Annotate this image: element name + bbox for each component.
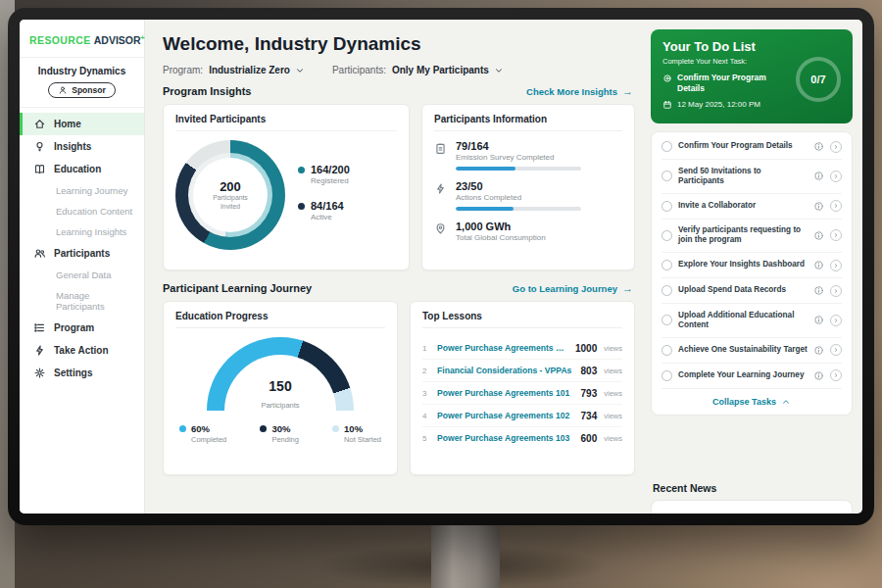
task-checkbox[interactable]	[662, 141, 672, 152]
legend-text: 164/200Registered	[311, 164, 350, 185]
program-filter-dropdown[interactable]: Industrialize Zero	[209, 65, 305, 75]
bulb-icon	[33, 140, 46, 153]
lesson-views: 1000	[575, 343, 597, 354]
legend-label: Not Started	[344, 435, 381, 444]
info-icon[interactable]	[813, 345, 824, 356]
sidebar-item-education-content[interactable]: Education Content	[20, 201, 144, 221]
sidebar-item-participants[interactable]: Participants	[20, 242, 144, 265]
sidebar-item-label: Settings	[54, 368, 92, 378]
book-icon	[33, 163, 46, 175]
lesson-row: 5Power Purchase Agreements 103600views	[422, 427, 622, 449]
task-label: Explore Your Insights Dashboard	[678, 260, 808, 270]
gauge-center-value: 150	[207, 379, 354, 394]
task-checkbox[interactable]	[662, 345, 672, 356]
lesson-link[interactable]: Power Purchase Agreements 101	[437, 343, 568, 353]
task-checkbox[interactable]	[662, 201, 672, 212]
lesson-link[interactable]: Power Purchase Agreements 103	[437, 433, 574, 443]
lesson-views: 793	[581, 388, 598, 399]
lesson-rank: 3	[422, 389, 430, 398]
card-title: Education Progress	[175, 311, 385, 328]
sidebar-item-label: Insights	[54, 141, 91, 152]
task-checkbox[interactable]	[662, 285, 672, 296]
sidebar-item-general-data[interactable]: General Data	[20, 265, 144, 285]
sidebar-item-program[interactable]: Program	[20, 317, 144, 339]
sidebar-item-take-action[interactable]: Take Action	[20, 339, 144, 362]
lesson-link[interactable]: Power Purchase Agreements 101	[437, 388, 574, 398]
lesson-link[interactable]: Power Purchase Agreements 102	[437, 411, 574, 420]
collapse-tasks-link[interactable]: Collapse Tasks	[662, 389, 842, 415]
legend-value: 84/164	[311, 200, 344, 212]
lesson-row: 3Power Purchase Agreements 101793views	[422, 382, 622, 405]
task-row-complete-your-learning-journey[interactable]: Complete Your Learning Journey	[662, 364, 842, 389]
task-row-achieve-one-sustainability-target[interactable]: Achieve One Sustainability Target	[662, 338, 842, 364]
education-legend-item: 30%Pending	[260, 423, 299, 444]
sidebar-item-education[interactable]: Education	[20, 158, 144, 180]
task-checkbox[interactable]	[662, 230, 672, 241]
info-icon[interactable]	[813, 171, 824, 181]
info-icon[interactable]	[813, 315, 824, 325]
info-row-text: 1,000 GWhTotal Global Consumption	[456, 220, 546, 247]
lessons-rows: 1Power Purchase Agreements 1011000views2…	[422, 337, 622, 449]
participants-filter: Participants: Only My Participants	[332, 65, 504, 75]
person-icon	[58, 85, 68, 95]
task-row-send-50-invitations-to-participants[interactable]: Send 50 Invitations to Participants	[662, 160, 842, 194]
tasks-list: Confirm Your Program DetailsSend 50 Invi…	[662, 134, 842, 389]
chevron-right-icon[interactable]	[830, 200, 842, 212]
arrow-right-icon: →	[622, 283, 633, 294]
task-row-upload-additional-educational-content[interactable]: Upload Additional Educational Content	[662, 304, 842, 338]
chevron-right-icon[interactable]	[830, 369, 842, 381]
chevron-right-icon[interactable]	[830, 315, 842, 326]
info-icon[interactable]	[813, 201, 824, 212]
info-row-text: 23/50Actions Completed	[456, 180, 581, 211]
chevron-right-icon[interactable]	[830, 285, 842, 297]
task-row-explore-your-insights-dashboard[interactable]: Explore Your Insights Dashboard	[662, 253, 842, 278]
info-value: 79/164	[456, 140, 581, 152]
chevron-right-icon[interactable]	[830, 141, 842, 153]
task-row-invite-a-collaborator[interactable]: Invite a Collaborator	[662, 194, 842, 220]
bolt-icon	[434, 182, 447, 195]
sidebar-item-label: Education Content	[56, 206, 132, 217]
chevron-right-icon[interactable]	[830, 229, 842, 241]
chevron-right-icon[interactable]	[830, 344, 842, 356]
sidebar-item-learning-insights[interactable]: Learning Insights	[20, 221, 144, 242]
info-icon[interactable]	[813, 260, 824, 270]
info-icon[interactable]	[813, 141, 824, 152]
participants-filter-dropdown[interactable]: Only My Participants	[392, 65, 504, 75]
sidebar-item-home[interactable]: Home	[20, 113, 144, 135]
top-lessons-card: Top Lessons 1Power Purchase Agreements 1…	[410, 301, 635, 475]
sidebar-item-insights[interactable]: Insights	[20, 135, 144, 158]
sidebar-item-manage-participants[interactable]: Manage Participants	[20, 285, 144, 317]
info-row-emission-survey-completed: 79/164Emission Survey Completed	[434, 140, 622, 171]
bolt-icon	[33, 344, 46, 357]
task-row-upload-spend-data-records[interactable]: Upload Spend Data Records	[662, 278, 842, 304]
sidebar-item-learning-journey[interactable]: Learning Journey	[20, 180, 144, 201]
chevron-right-icon[interactable]	[830, 260, 842, 271]
sponsor-badge[interactable]: Sponsor	[48, 82, 115, 98]
lesson-rank: 1	[422, 344, 430, 353]
todo-next-task[interactable]: Confirm Your Program Details	[662, 73, 788, 93]
card-title: Participants Information	[434, 114, 622, 131]
task-checkbox[interactable]	[662, 315, 672, 325]
sidebar-item-settings[interactable]: Settings	[20, 362, 144, 384]
donut-center-value: 200	[220, 179, 241, 194]
lesson-views-label: views	[604, 367, 622, 375]
task-row-confirm-your-program-details[interactable]: Confirm Your Program Details	[662, 134, 842, 160]
task-checkbox[interactable]	[662, 171, 672, 181]
info-icon[interactable]	[813, 370, 824, 381]
task-checkbox[interactable]	[662, 260, 672, 270]
monitor-stand	[431, 523, 500, 588]
lesson-link[interactable]: Financial Considerations - VPPAs	[437, 366, 574, 375]
info-icon[interactable]	[813, 230, 824, 241]
education-legend-item: 10%Not Started	[332, 423, 381, 444]
task-row-verify-participants-requesting-to-join-the-program[interactable]: Verify participants requesting to join t…	[662, 220, 842, 254]
legend-label: Completed	[191, 435, 226, 444]
task-checkbox[interactable]	[662, 370, 672, 381]
info-icon[interactable]	[813, 285, 824, 296]
sidebar-item-label: General Data	[56, 270, 112, 280]
chevron-right-icon[interactable]	[830, 171, 842, 182]
legend-dot	[298, 203, 305, 210]
learning-cards-row: Education Progress 150 Participants 60%C…	[163, 301, 635, 475]
logo-advisor: ADVISOR+	[94, 34, 145, 46]
go-to-learning-journey-link[interactable]: Go to Learning Journey→	[513, 283, 633, 294]
check-more-insights-link[interactable]: Check More Insights→	[526, 86, 633, 97]
